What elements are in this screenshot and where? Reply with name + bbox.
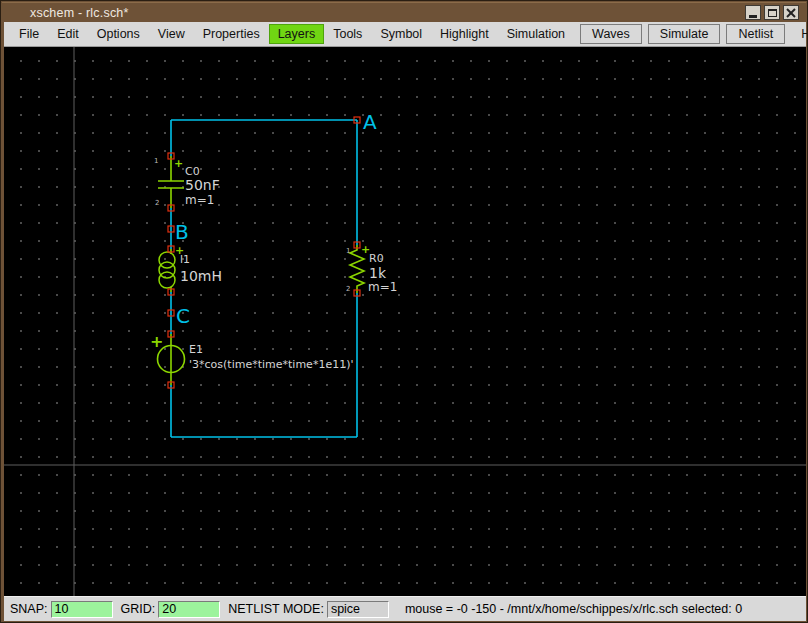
menu-item-properties[interactable]: Properties — [194, 24, 269, 44]
resistor-mult: m=1 — [368, 280, 397, 294]
titlebar[interactable]: xschem - rlc.sch* — [2, 2, 806, 22]
menubar: File Edit Options View Properties Layers… — [4, 22, 806, 47]
window-controls — [745, 5, 799, 20]
minimize-icon — [749, 15, 757, 18]
resistor-pin1-number: 1 — [346, 247, 350, 255]
capacitor-mult: m=1 — [185, 193, 214, 207]
maximize-button[interactable] — [764, 5, 780, 20]
menu-item-tools[interactable]: Tools — [324, 24, 371, 44]
capacitor-value: 50nF — [185, 177, 220, 193]
node-label-c[interactable]: C — [176, 304, 190, 328]
menu-item-help[interactable]: Help — [793, 24, 808, 44]
node-label-a[interactable]: A — [363, 110, 377, 134]
netlist-mode-input[interactable] — [327, 601, 389, 618]
menu-item-highlight[interactable]: Highlight — [431, 24, 498, 44]
component-inductor[interactable]: + l1 10mH — [159, 244, 222, 295]
menu-item-layers[interactable]: Layers — [269, 24, 325, 44]
schematic-canvas[interactable]: 1 2 + C0 50nF m=1 + l1 10mH — [4, 47, 806, 596]
resistor-value: 1k — [369, 265, 387, 281]
node-labels[interactable]: A B C — [168, 110, 377, 328]
snap-label: SNAP: — [10, 602, 48, 616]
xschem-window: xschem - rlc.sch* File Edit Options View… — [0, 0, 808, 623]
minimize-button[interactable] — [745, 5, 761, 20]
node-label-b[interactable]: B — [175, 220, 189, 244]
simulate-button[interactable]: Simulate — [648, 24, 721, 44]
source-name: E1 — [189, 343, 203, 356]
menu-item-options[interactable]: Options — [88, 24, 149, 44]
statusbar-info-text: mouse = -0 -150 - /mnt/x/home/schippes/x… — [405, 602, 742, 616]
menu-item-simulation[interactable]: Simulation — [498, 24, 574, 44]
menu-item-view[interactable]: View — [149, 24, 194, 44]
inductor-name: l1 — [180, 253, 190, 266]
close-button[interactable] — [783, 5, 799, 20]
inductor-coil — [159, 262, 175, 278]
component-capacitor[interactable]: 1 2 + C0 50nF m=1 — [154, 153, 220, 211]
capacitor-pin1-number: 1 — [154, 157, 158, 165]
menu-item-symbol[interactable]: Symbol — [371, 24, 431, 44]
close-icon — [786, 8, 796, 18]
capacitor-plus-icon: + — [174, 157, 183, 170]
statusbar: SNAP: GRID: NETLIST MODE: mouse = -0 -15… — [4, 596, 806, 621]
netlist-mode-label: NETLIST MODE: — [228, 602, 324, 616]
component-source[interactable]: + E1 '3*cos(time*time*time*1e11)' — [150, 331, 353, 388]
inductor-coil — [159, 272, 175, 288]
netlist-button[interactable]: Netlist — [726, 24, 785, 44]
schematic-drawing[interactable]: 1 2 + C0 50nF m=1 + l1 10mH — [4, 47, 806, 596]
window-title: xschem - rlc.sch* — [30, 6, 129, 20]
maximize-icon — [768, 9, 777, 17]
component-resistor[interactable]: 1 2 + R0 1k m=1 — [346, 242, 397, 296]
source-value: '3*cos(time*time*time*1e11)' — [189, 358, 353, 371]
menu-item-edit[interactable]: Edit — [48, 24, 88, 44]
inductor-coil — [159, 252, 175, 268]
waves-button[interactable]: Waves — [580, 24, 642, 44]
resistor-pin2-number: 2 — [346, 285, 350, 293]
snap-input[interactable] — [51, 601, 113, 618]
menu-item-file[interactable]: File — [10, 24, 48, 44]
capacitor-pin2-number: 2 — [155, 199, 159, 207]
grid-input[interactable] — [158, 601, 220, 618]
inductor-value: 10mH — [180, 268, 222, 284]
grid-label: GRID: — [121, 602, 156, 616]
source-plus-icon: + — [150, 332, 163, 351]
resistor-name: R0 — [369, 252, 384, 265]
